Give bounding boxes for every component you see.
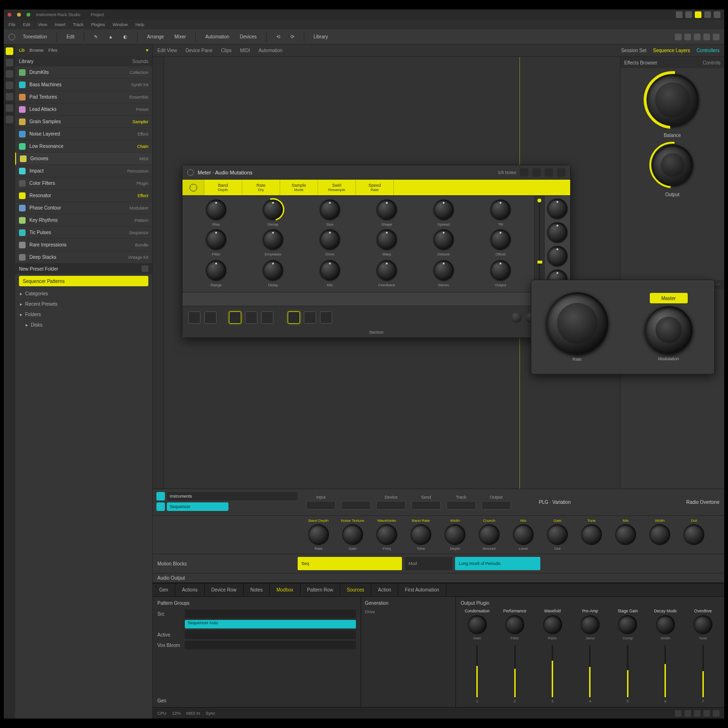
knob[interactable] — [491, 260, 510, 280]
folder-row[interactable]: ▸ Disks — [15, 319, 152, 330]
rack-knob[interactable] — [683, 524, 704, 545]
menu-item[interactable]: Edit — [23, 22, 31, 27]
sidebar-toggle-icon[interactable]: ♥ — [146, 48, 148, 53]
rack-knob[interactable] — [410, 524, 431, 545]
window-min-icon[interactable] — [17, 13, 21, 17]
knob[interactable] — [377, 200, 397, 219]
knob[interactable] — [320, 200, 340, 219]
knob[interactable] — [206, 229, 226, 249]
toolbar-icon[interactable] — [675, 34, 682, 40]
dock-row-bar[interactable] — [185, 630, 356, 639]
tool-icon[interactable]: ✎ — [91, 33, 100, 41]
rack-knob[interactable] — [649, 524, 670, 545]
toolbar-item[interactable]: Devices — [237, 33, 260, 41]
menu-item[interactable]: Window — [113, 22, 128, 27]
tool-icon[interactable]: ◐ — [120, 33, 130, 41]
dock-tab[interactable]: Gen — [153, 583, 175, 596]
dock-tab[interactable]: Actions — [175, 583, 205, 596]
toolbar-icon[interactable] — [694, 34, 701, 40]
channel-knob[interactable] — [505, 615, 524, 634]
dock-row[interactable]: Active — [157, 629, 356, 640]
tool-icon[interactable]: ⟲ — [273, 33, 283, 41]
arrange-tab[interactable]: Edit View — [157, 48, 177, 53]
plugin-tab[interactable]: SwirlResample — [318, 180, 356, 195]
menu-item[interactable]: Help — [136, 22, 145, 27]
activity-icon[interactable] — [6, 116, 13, 123]
fader[interactable]: 7 — [687, 645, 719, 703]
sidebar-item[interactable]: Key RhythmsPattern — [15, 214, 152, 227]
dock-tab[interactable]: Pattern Row — [300, 583, 340, 596]
sidebar-tab[interactable]: Files — [48, 48, 57, 53]
chip-icon[interactable] — [156, 492, 165, 500]
pad-button-active[interactable] — [288, 311, 300, 324]
plugin-tab[interactable]: RateDry — [242, 180, 280, 195]
mini-knob[interactable] — [511, 312, 522, 323]
jog-wheel[interactable] — [546, 292, 608, 354]
arrange-right-item[interactable]: Sequence Layers — [653, 48, 690, 53]
sidebar-item[interactable]: Pad TexturesEnsemble — [15, 91, 152, 103]
clip[interactable]: Long Incell of Periodic — [455, 557, 540, 570]
menu-item[interactable]: File — [9, 22, 16, 27]
toolbar-item[interactable]: Library — [311, 33, 331, 41]
status-button[interactable] — [684, 710, 691, 717]
pad-button[interactable] — [188, 311, 200, 324]
side-knob[interactable] — [547, 246, 567, 266]
activity-icon-active[interactable] — [6, 47, 13, 55]
chip-active[interactable]: Sequencer — [167, 502, 228, 511]
dock-row[interactable]: Sequencer Auto — [157, 619, 356, 629]
knob[interactable] — [377, 229, 397, 249]
knob[interactable] — [263, 200, 283, 219]
plugin-hdr-button[interactable] — [557, 168, 565, 177]
toolbar-item[interactable]: Mixer — [172, 33, 189, 41]
mid-box[interactable] — [376, 501, 406, 510]
pad-button[interactable] — [320, 311, 332, 324]
status-icon[interactable] — [714, 11, 720, 18]
rack-knob[interactable] — [581, 524, 602, 545]
dock-tab[interactable]: Action — [371, 583, 398, 596]
sidebar-item[interactable]: ImpactPercussion — [15, 165, 152, 177]
arrange-right-item[interactable]: Session Set — [621, 48, 646, 53]
knob[interactable] — [434, 229, 454, 249]
sidebar-item[interactable]: Noise LayeredEffect — [15, 128, 152, 140]
folder-row[interactable]: ▸ Categories — [15, 288, 152, 299]
channel-knob[interactable] — [468, 615, 487, 634]
toolbar-item[interactable]: Automation — [202, 33, 232, 41]
canvas-surface[interactable]: Meter · Audio Mutations 1/8 Notes BandDe… — [164, 57, 620, 489]
activity-icon[interactable] — [6, 59, 13, 66]
knob[interactable] — [206, 200, 226, 219]
rack-knob[interactable] — [547, 524, 568, 545]
plugin-tab[interactable] — [182, 180, 204, 195]
window-max-icon[interactable] — [27, 13, 30, 17]
side-knob[interactable] — [547, 199, 567, 218]
arrange-tab[interactable]: MIDI — [240, 48, 250, 53]
sidebar-item[interactable]: Grain SamplesSampler — [15, 116, 152, 128]
sidebar-tab[interactable]: Browse — [29, 48, 44, 53]
mid-box[interactable] — [482, 501, 511, 510]
section-icons[interactable]: ⋯ — [716, 282, 720, 287]
activity-icon[interactable] — [6, 104, 13, 112]
pad-button[interactable] — [204, 311, 217, 324]
knob[interactable] — [491, 200, 510, 219]
fader[interactable]: 6 — [649, 645, 682, 703]
tool-icon[interactable]: ⟳ — [288, 33, 297, 41]
activity-icon[interactable] — [6, 70, 13, 78]
channel-knob[interactable] — [543, 615, 562, 634]
slider-thumb[interactable] — [537, 261, 542, 264]
sidebar-item[interactable]: Bass MachinesSynth Kit — [15, 79, 152, 91]
dock-tab[interactable]: Modbox — [270, 583, 300, 596]
toolbar-item[interactable]: Edit — [64, 33, 77, 41]
plugin-hdr-button[interactable] — [520, 168, 528, 177]
sidebar-item[interactable]: Deep StacksVintage Kit — [15, 251, 152, 264]
tool-icon[interactable]: ▲ — [105, 33, 116, 41]
jog-panel[interactable]: Rate Master Modulation — [531, 280, 715, 374]
toolbar-icon[interactable] — [684, 34, 691, 40]
balance-knob[interactable] — [646, 74, 699, 126]
knob[interactable] — [434, 200, 454, 219]
plugin-tab[interactable]: SpeedRate — [356, 180, 394, 195]
dock-row[interactable]: Vox Bloom — [157, 640, 356, 650]
status-button[interactable] — [694, 710, 701, 717]
clip[interactable]: Mod — [405, 557, 452, 570]
rack-knob[interactable] — [376, 524, 397, 545]
arrange-tab[interactable]: Clips — [221, 48, 231, 53]
knob[interactable] — [320, 260, 340, 280]
